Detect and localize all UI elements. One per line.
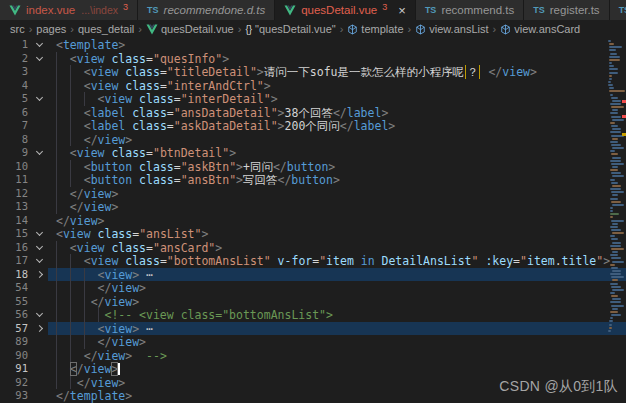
code-line-89[interactable]: 89 </view> [0, 335, 626, 349]
code-line-57[interactable]: 57 <view> ⋯ [0, 322, 626, 336]
tab-label: recommend.ts [441, 4, 514, 16]
fold-control[interactable] [30, 92, 48, 106]
code-line-7[interactable]: 7 <label class="askDataDetail">200个同问</l… [0, 119, 626, 133]
minimap-line [608, 81, 611, 83]
code-line-90[interactable]: 90 </view> --> [0, 349, 626, 363]
code-line-13[interactable]: 13 </view> [0, 200, 626, 214]
minimap-line [609, 65, 615, 67]
code-line-15[interactable]: 15<view class="ansList"> [0, 227, 626, 241]
code-line-16[interactable]: 16 <view class="ansCard"> [0, 241, 626, 255]
code-editor: 1<template>2 <view class="quesInfo">3 <v… [0, 38, 626, 403]
code-line-18[interactable]: 18 <view> ⋯ [0, 268, 626, 282]
code-line-6[interactable]: 6 <label class="ansDataDetail">38个回答</la… [0, 106, 626, 120]
tab-recommend.ts[interactable]: TSrecommend.ts [416, 0, 524, 20]
breadcrumb-item-src[interactable]: src [10, 23, 25, 35]
minimap-line [612, 119, 624, 121]
close-icon[interactable]: × [398, 4, 406, 17]
minimap-line [612, 270, 621, 272]
minimap-line [610, 179, 615, 181]
chevron-down-icon[interactable] [35, 229, 42, 236]
chevron-right-icon[interactable] [35, 325, 42, 332]
minimap-line [610, 131, 621, 133]
minimap-line [610, 216, 613, 218]
minimap-line [612, 204, 624, 206]
code-line-11[interactable]: 11 <button class="ansBtn">写回答</button> [0, 173, 626, 187]
minimap-line [610, 169, 618, 171]
fold-control [30, 362, 48, 376]
fold-control[interactable] [30, 254, 48, 268]
code-line-9[interactable]: 9 <view class="btnDetail"> [0, 146, 626, 160]
tab-register.ts[interactable]: TSregister.ts [524, 0, 609, 20]
minimap-line [611, 201, 621, 203]
line-number: 91 [0, 362, 30, 376]
breadcrumb-label: template [361, 23, 403, 35]
fold-control[interactable] [30, 52, 48, 66]
code-line-3[interactable]: 3 <view class="titleDetail">请问一下sofu是一款怎… [0, 65, 626, 79]
code-line-17[interactable]: 17 <view class="bottomAnsList" v-for="it… [0, 254, 626, 268]
code-line-4[interactable]: 4 <view class="interAndCtrl"> [0, 79, 626, 93]
breadcrumb-item-template[interactable]: template [347, 23, 403, 35]
line-number: 5 [0, 92, 30, 106]
chevron-down-icon[interactable] [35, 148, 42, 155]
tab-quesDetail.vue[interactable]: quesDetail.vue3× [275, 0, 416, 20]
minimap-line [612, 109, 618, 111]
minimap-line [609, 75, 612, 77]
code-text: <label class="askDataDetail">200个同问</lab… [48, 119, 626, 133]
breadcrumb-separator-icon: › [340, 23, 344, 35]
tab-recommendone.d.ts[interactable]: TSrecommendone.d.ts [138, 0, 275, 20]
minimap-line [611, 276, 624, 278]
fold-control[interactable] [30, 241, 48, 255]
code-line-5[interactable]: 5 <view class="interDetail"> [0, 92, 626, 106]
chevron-down-icon[interactable] [35, 256, 42, 263]
code-line-10[interactable]: 10 <button class="askBtn">+同问</button> [0, 160, 626, 174]
fold-control[interactable] [30, 227, 48, 241]
breadcrumb-label: src [10, 23, 25, 35]
code-line-8[interactable]: 8 </view> [0, 133, 626, 147]
fold-control [30, 106, 48, 120]
fold-control[interactable] [30, 308, 48, 322]
line-number: 57 [0, 322, 30, 336]
symbol-icon [415, 24, 426, 35]
code-line-56[interactable]: 56 <!-- <view class="bottomAnsList"> [0, 308, 626, 322]
minimap-line [610, 213, 619, 215]
tab-index.vue[interactable]: index.vue...\index3 [0, 0, 138, 20]
code-line-55[interactable]: 55 </view> [0, 295, 626, 309]
fold-control [30, 200, 48, 214]
fold-control [30, 187, 48, 201]
minimap-line [610, 94, 613, 96]
breadcrumb-item-view.ansCard[interactable]: view.ansCard [500, 23, 580, 35]
code-text: </view> [48, 133, 626, 147]
minimap-line [609, 320, 613, 322]
minimap-line [612, 157, 621, 159]
minimap-line [610, 188, 621, 190]
minimap[interactable] [607, 38, 626, 338]
breadcrumb-item-view.ansList[interactable]: view.ansList [415, 23, 488, 35]
code-line-14[interactable]: 14</view> [0, 214, 626, 228]
chevron-right-icon[interactable] [35, 271, 42, 278]
breadcrumb-item-quesDetail.vue[interactable]: {}"quesDetail.vue" [245, 23, 335, 35]
chevron-down-icon[interactable] [35, 40, 42, 47]
breadcrumb-item-quesDetail.vue[interactable]: quesDetail.vue [146, 23, 234, 35]
chevron-down-icon[interactable] [35, 243, 42, 250]
code-line-54[interactable]: 54 </view> [0, 281, 626, 295]
minimap-line [612, 175, 624, 177]
fold-control[interactable] [30, 38, 48, 52]
breadcrumb-label: quesDetail.vue [161, 23, 234, 35]
chevron-down-icon[interactable] [35, 310, 42, 317]
code-line-1[interactable]: 1<template> [0, 38, 626, 52]
tab-classify.ts[interactable]: TSclassify.ts [610, 0, 626, 20]
fold-control[interactable] [30, 322, 48, 336]
breadcrumb-item-ques_detail[interactable]: ques_detail [78, 23, 134, 35]
code-text: <button class="askBtn">+同问</button> [48, 160, 626, 174]
fold-control[interactable] [30, 146, 48, 160]
chevron-down-icon[interactable] [35, 54, 42, 61]
code-line-2[interactable]: 2 <view class="quesInfo"> [0, 52, 626, 66]
breadcrumb-item-pages[interactable]: pages [36, 23, 66, 35]
code-text: <button class="ansBtn">写回答</button> [48, 173, 626, 187]
code-line-12[interactable]: 12 </view> [0, 187, 626, 201]
chevron-down-icon[interactable] [35, 94, 42, 101]
code-line-91[interactable]: 91 </view> [0, 362, 626, 376]
code-text: <view class="ansList"> [48, 227, 626, 241]
fold-control[interactable] [30, 268, 48, 282]
minimap-line [610, 264, 615, 266]
